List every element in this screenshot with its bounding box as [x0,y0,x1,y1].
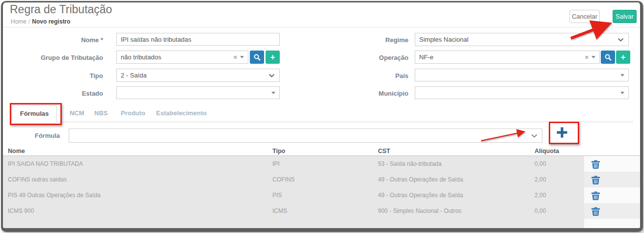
caret-down-icon [271,92,275,94]
nome-label: Nome * [0,36,103,44]
breadcrumb-current: Novo registro [32,18,70,25]
col-header-tipo: Tipo [272,148,285,155]
pais-label: País [304,72,408,79]
cancel-button[interactable]: Cancelar [569,10,600,23]
cell-cst: 49 - Outras Operações de Saída [378,187,463,203]
caret-down-icon[interactable] [240,56,244,58]
cell-cst: 49 - Outras Operações de Saída [378,172,463,187]
cell-tipo: COFINS [272,172,295,187]
trash-icon [591,160,600,169]
add-formula-button[interactable] [555,125,569,140]
delete-row-button[interactable] [591,191,600,200]
tab-ncm[interactable]: NCM [70,109,84,117]
formula-select[interactable] [69,129,542,143]
municipio-label: Município [304,90,408,97]
col-header-nome: Nome [8,148,25,155]
operacao-add-button[interactable]: + [616,51,630,64]
cell-aliquota: 2,00 [535,172,546,187]
delete-row-button[interactable] [591,207,600,216]
operacao-label: Operação [304,54,408,61]
plus-icon [556,127,568,138]
chevron-down-icon [268,74,275,78]
cell-nome: PIS 49 Outras Operações de Saída [8,187,101,203]
tipo-select[interactable]: 2 - Saída [116,69,280,82]
operacao-value: NF-e [415,53,585,61]
delete-row-button[interactable] [591,175,600,184]
clear-icon[interactable]: × [233,53,237,61]
regime-value: Simples Nacional [415,36,617,43]
trash-icon [591,191,600,200]
grupo-search-button[interactable] [250,51,264,64]
cell-cst: 900 - Simples Nacional - Outros [378,203,461,219]
trash-icon [591,176,600,184]
search-icon [254,54,261,61]
tab-produto[interactable]: Produto [121,109,145,117]
cell-aliquota: 0,00 [535,156,546,172]
tab-formulas[interactable]: Fórmulas [12,105,57,122]
tabs-underline [7,122,633,122]
cell-nome: ICMS 900 [8,203,34,219]
plus-icon: + [621,53,626,61]
tipo-value: 2 - Saída [117,72,268,79]
grupo-tributacao-select[interactable]: não tributados × [116,51,248,64]
tab-estabelecimento[interactable]: Estabelecimento [156,109,207,117]
cell-nome: COFINS outras saidas [8,172,67,187]
cell-tipo: IPI [272,156,280,172]
caret-down-icon[interactable] [591,56,595,58]
operacao-select[interactable]: NF-e × [415,51,600,64]
chevron-down-icon [617,38,624,42]
tipo-label: Tipo [0,72,103,79]
cell-tipo: PIS [272,187,282,203]
breadcrumb-home-link[interactable]: Home [11,18,27,25]
caret-down-icon [620,74,624,77]
grupo-tributacao-value: não tributados [117,53,233,61]
estado-select[interactable] [116,86,280,99]
tab-nbs[interactable]: NBS [94,109,107,117]
municipio-select[interactable] [415,86,629,99]
cell-aliquota: 2,00 [535,187,546,203]
chevron-down-icon [531,134,537,138]
cell-aliquota: 0,00 [535,203,546,219]
caret-down-icon [620,92,624,94]
grupo-add-button[interactable]: + [266,51,280,64]
breadcrumb-separator: / [28,18,30,25]
nome-input[interactable] [116,33,280,46]
breadcrumb: Home/Novo registro [11,18,70,25]
formula-label: Fórmula [0,132,60,139]
cell-nome: IPI SAIDA NAO TRIBUTADA [8,156,83,172]
search-icon [605,54,612,61]
col-header-aliquota: Alíquota [535,148,559,155]
save-button[interactable]: Salvar [613,10,637,23]
header-divider [2,27,641,27]
app-window: Regra de Tributação Home/Novo registro C… [0,0,644,233]
col-header-cst: CST [378,148,390,155]
regime-label: Regime [304,36,408,44]
cell-tipo: ICMS [272,203,287,219]
grupo-tributacao-label: Grupo de Tributação [0,54,103,61]
regime-select[interactable]: Simples Nacional [415,33,629,46]
page-title: Regra de Tributação [10,3,112,16]
trash-icon [591,207,600,216]
estado-label: Estado [0,90,103,97]
cell-cst: 53 - Saída não-tributada [378,156,441,172]
delete-row-button[interactable] [591,159,600,169]
pais-select[interactable] [415,69,629,81]
plus-icon: + [270,53,275,61]
clear-icon[interactable]: × [585,53,589,61]
operacao-search-button[interactable] [601,51,615,64]
